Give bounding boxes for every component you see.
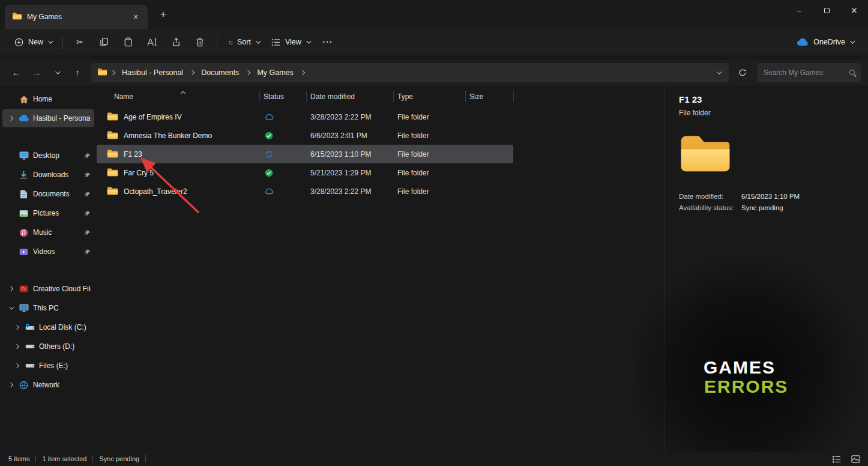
file-type: File folder bbox=[393, 113, 465, 121]
view-button[interactable]: View bbox=[265, 32, 316, 52]
file-date: 6/6/2023 2:01 PM bbox=[306, 132, 393, 140]
new-tab-button[interactable]: + bbox=[156, 7, 170, 22]
sidebar-item-documents[interactable]: Documents bbox=[2, 185, 94, 203]
drive-icon bbox=[24, 363, 35, 369]
desktop-icon bbox=[18, 151, 29, 160]
sidebar-item-label: Creative Cloud Files bbox=[33, 285, 91, 293]
cut-button[interactable]: ✂ bbox=[68, 32, 92, 52]
chevron-down-icon[interactable] bbox=[9, 304, 14, 309]
tab-title: My Games bbox=[27, 13, 62, 21]
file-row[interactable]: Far Cry 5 5/21/2023 1:29 PM File folder bbox=[97, 163, 513, 182]
chevron-right-icon[interactable] bbox=[8, 286, 13, 291]
column-divider[interactable] bbox=[306, 91, 307, 102]
sync-status-text: Sync pending bbox=[99, 455, 139, 462]
sidebar-item-music[interactable]: Music bbox=[2, 223, 94, 241]
sidebar-item-others-d[interactable]: Others (D:) bbox=[2, 337, 94, 356]
rename-button[interactable] bbox=[140, 32, 164, 52]
breadcrumb[interactable]: Hasibul - Personal Documents My Games bbox=[91, 63, 729, 82]
date-modified-label: Date modified: bbox=[679, 193, 741, 200]
sidebar-item-desktop[interactable]: Desktop bbox=[2, 147, 94, 165]
column-divider[interactable] bbox=[513, 91, 514, 102]
back-button[interactable]: ← bbox=[7, 64, 25, 82]
column-header-type[interactable]: Type bbox=[393, 92, 465, 101]
folder-icon-large bbox=[679, 132, 868, 176]
item-count: 5 items bbox=[8, 455, 29, 462]
history-dropdown-button[interactable] bbox=[48, 64, 66, 82]
refresh-icon bbox=[738, 68, 747, 77]
chevron-right-icon[interactable] bbox=[14, 363, 19, 368]
minimize-button[interactable]: – bbox=[785, 0, 813, 20]
chevron-right-icon[interactable] bbox=[14, 325, 19, 330]
sidebar-item-label: Pictures bbox=[33, 209, 59, 217]
column-divider[interactable] bbox=[259, 91, 260, 102]
folder-icon bbox=[97, 68, 107, 77]
sidebar-item-local-disk-c[interactable]: Local Disk (C:) bbox=[2, 318, 94, 336]
details-view-toggle[interactable] bbox=[830, 453, 843, 464]
maximize-button[interactable] bbox=[813, 0, 840, 20]
chevron-right-icon[interactable] bbox=[8, 383, 13, 387]
sidebar-item-home[interactable]: Home bbox=[2, 90, 94, 108]
share-button[interactable] bbox=[164, 32, 188, 52]
close-button[interactable]: ✕ bbox=[840, 0, 868, 20]
sidebar-item-network[interactable]: Network bbox=[2, 376, 94, 394]
copy-button[interactable] bbox=[92, 32, 116, 52]
chevron-right-icon[interactable] bbox=[8, 116, 13, 121]
file-name-cell: Age of Empires IV bbox=[97, 112, 259, 123]
file-row-selected[interactable]: F1 23 6/15/2023 1:10 PM File folder bbox=[97, 145, 513, 163]
column-divider[interactable] bbox=[393, 91, 394, 102]
watermark-logo: GAMES ERRORS bbox=[704, 358, 788, 396]
tab-my-games[interactable]: My Games ✕ bbox=[5, 5, 148, 29]
search-box[interactable] bbox=[758, 63, 861, 82]
view-label: View bbox=[285, 38, 301, 46]
chevron-down-icon bbox=[850, 38, 855, 43]
paste-button[interactable] bbox=[116, 32, 140, 52]
pin-icon bbox=[84, 153, 91, 159]
refresh-button[interactable] bbox=[734, 64, 752, 82]
folder-icon bbox=[107, 112, 118, 123]
up-button[interactable]: ↑ bbox=[68, 64, 86, 82]
rename-icon bbox=[147, 38, 157, 46]
file-row[interactable]: Octopath_Traveler2 3/28/2023 2:22 PM Fil… bbox=[97, 182, 513, 201]
details-pane: F1 23 File folder Date modified: 6/15/20… bbox=[664, 86, 868, 452]
chevron-right-icon[interactable] bbox=[14, 344, 19, 349]
sidebar-item-videos[interactable]: Videos bbox=[2, 243, 94, 261]
minimize-icon: – bbox=[797, 6, 801, 15]
sidebar-item-pictures[interactable]: Pictures bbox=[2, 204, 94, 222]
statusbar-divider bbox=[35, 455, 36, 462]
sidebar-item-creative-cloud-files[interactable]: Cc Creative Cloud Files bbox=[2, 280, 94, 298]
folder-icon bbox=[107, 186, 118, 197]
new-button[interactable]: New bbox=[8, 32, 58, 52]
column-header-date-modified[interactable]: Date modified bbox=[306, 92, 393, 101]
file-row[interactable]: Amnesia The Bunker Demo 6/6/2023 2:01 PM… bbox=[97, 126, 513, 145]
sidebar-item-downloads[interactable]: Downloads bbox=[2, 166, 94, 184]
pin-icon bbox=[84, 229, 91, 236]
thumbnail-view-toggle[interactable] bbox=[849, 453, 862, 464]
network-icon bbox=[18, 381, 29, 390]
chevron-right-icon bbox=[190, 71, 194, 74]
synced-status-icon bbox=[259, 132, 306, 140]
column-header-name[interactable]: Name bbox=[97, 92, 259, 101]
home-icon bbox=[18, 95, 29, 104]
delete-button[interactable] bbox=[188, 32, 212, 52]
more-options-button[interactable]: ··· bbox=[316, 32, 340, 52]
file-type: File folder bbox=[393, 187, 465, 196]
onedrive-button[interactable]: OneDrive bbox=[791, 32, 860, 52]
sidebar-item-this-pc[interactable]: This PC bbox=[2, 299, 94, 317]
breadcrumb-my-games[interactable]: My Games bbox=[253, 67, 297, 78]
column-header-size[interactable]: Size bbox=[465, 92, 513, 101]
column-divider[interactable] bbox=[465, 91, 466, 102]
search-input[interactable] bbox=[764, 68, 846, 77]
address-dropdown-button[interactable] bbox=[717, 71, 723, 74]
tab-close-icon[interactable]: ✕ bbox=[128, 10, 143, 24]
pin-icon bbox=[84, 191, 91, 198]
breadcrumb-documents[interactable]: Documents bbox=[197, 67, 243, 78]
sidebar-item-onedrive[interactable]: Hasibul - Personal bbox=[2, 109, 94, 127]
forward-button[interactable]: → bbox=[28, 64, 46, 82]
sort-button[interactable]: ↑↓ Sort bbox=[222, 32, 265, 52]
breadcrumb-onedrive[interactable]: Hasibul - Personal bbox=[118, 67, 187, 78]
column-header-status[interactable]: Status bbox=[259, 92, 306, 101]
statusbar-divider bbox=[92, 455, 93, 462]
file-row[interactable]: Age of Empires IV 3/28/2023 2:22 PM File… bbox=[97, 107, 513, 126]
sidebar-item-files-e[interactable]: Files (E:) bbox=[2, 357, 94, 375]
view-icon bbox=[271, 38, 280, 46]
